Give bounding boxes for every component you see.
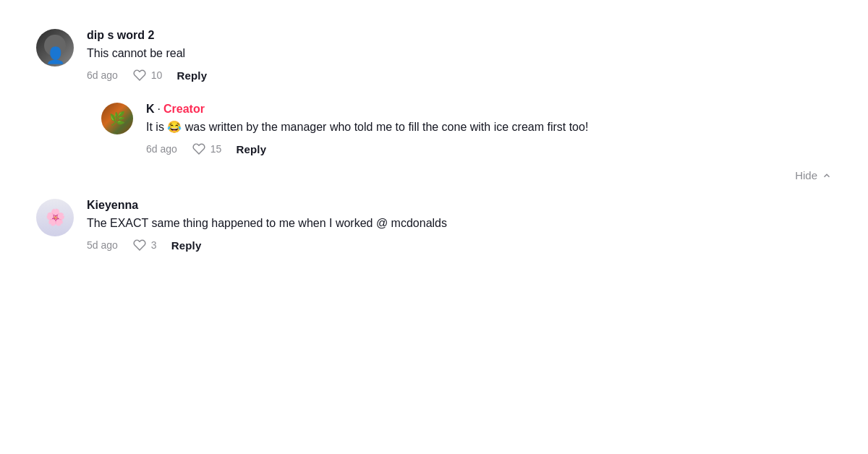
comment-time: 6d ago — [87, 69, 118, 81]
comment-content: dip s word 2 This cannot be real 6d ago … — [87, 29, 832, 82]
hide-section: Hide — [36, 169, 832, 181]
reply-button[interactable]: Reply — [236, 143, 266, 155]
avatar — [36, 29, 74, 67]
like-count: 10 — [151, 69, 163, 81]
reply-button[interactable]: Reply — [171, 239, 202, 252]
hide-label: Hide — [795, 169, 817, 181]
like-button[interactable]: 3 — [132, 238, 157, 252]
comment-content: K·Creator It is 😂 was written by the man… — [146, 103, 832, 156]
comment-time: 6d ago — [146, 143, 177, 155]
hide-button[interactable]: Hide — [795, 169, 832, 181]
comment-text: The EXACT same thing happened to me when… — [87, 215, 738, 232]
comment-text: This cannot be real — [87, 45, 738, 62]
comment-username: Kieyenna — [87, 199, 832, 212]
comment-item: 🌸 Kieyenna The EXACT same thing happened… — [36, 199, 832, 252]
comment-username: K·Creator — [146, 103, 832, 116]
comment-meta: 6d ago 15 Reply — [146, 142, 832, 156]
avatar: 🌸 — [36, 199, 74, 236]
like-button[interactable]: 10 — [132, 68, 163, 82]
comment-text: It is 😂 was written by the manager who t… — [146, 119, 797, 136]
like-button[interactable]: 15 — [192, 142, 222, 156]
comment-content: Kieyenna The EXACT same thing happened t… — [87, 199, 832, 252]
comment-item: dip s word 2 This cannot be real 6d ago … — [36, 29, 832, 82]
comment-meta: 6d ago 10 Reply — [87, 68, 832, 82]
reply-button[interactable]: Reply — [176, 69, 207, 82]
chevron-up-icon — [822, 171, 832, 181]
comment-text-start: It is 😂 was written by the manager who t… — [146, 121, 588, 133]
like-count: 3 — [151, 239, 157, 251]
avatar: 🌿 — [101, 103, 133, 134]
heart-icon — [132, 238, 147, 252]
comment-time: 5d ago — [87, 239, 118, 251]
comment-username: dip s word 2 — [87, 29, 832, 42]
like-count: 15 — [210, 143, 222, 155]
heart-icon — [132, 68, 147, 82]
heart-icon — [192, 142, 206, 156]
comment-section: dip s word 2 This cannot be real 6d ago … — [36, 29, 832, 252]
reply-item: 🌿 K·Creator It is 😂 was written by the m… — [101, 103, 832, 156]
comment-meta: 5d ago 3 Reply — [87, 238, 832, 252]
